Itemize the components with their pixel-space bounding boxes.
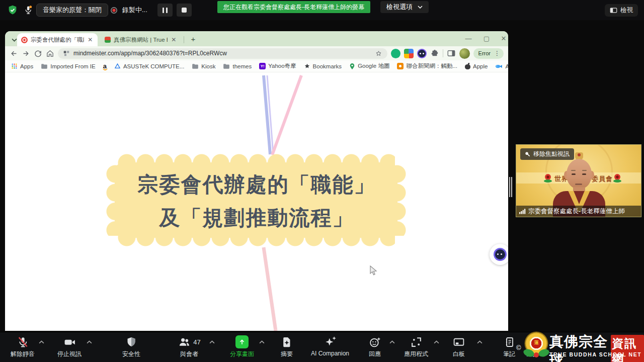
forward-icon[interactable] bbox=[22, 49, 30, 58]
participant-name-label: 宗委會督察處處長-長老釋蓮僧上師 bbox=[516, 206, 641, 217]
apple-icon bbox=[465, 63, 470, 69]
asus-icon bbox=[114, 63, 121, 69]
security-shield-icon bbox=[125, 336, 137, 348]
mic-muted-icon bbox=[17, 336, 29, 348]
apps-button[interactable]: 應用程式 bbox=[404, 335, 428, 358]
record-icon bbox=[110, 6, 118, 15]
profile-avatar[interactable] bbox=[459, 48, 470, 59]
recording-indicator: 錄製中... bbox=[110, 4, 192, 17]
meeting-topbar: 音樂家的原聲：關閉 錄製中... 您正在觀看宗委會督察處處長-長老釋蓮僧上師的螢… bbox=[0, 0, 644, 20]
video-options-chevron[interactable] bbox=[87, 340, 92, 344]
bookmark-aquarium[interactable]: Aquarium Supplies... bbox=[495, 63, 508, 69]
reactions-options-chevron[interactable] bbox=[389, 340, 395, 344]
bookmark-imported-ie[interactable]: Imported From IE bbox=[41, 63, 95, 69]
url-text: mindmeister.com/app/map/3062480376?t=RPL… bbox=[73, 50, 371, 57]
true-buddha-school-net-watermark: © 蓮 真佛宗全球 資訊網 TRUE BUDDHA SCHOOL NET bbox=[512, 331, 644, 362]
ai-assistant-extension-icon[interactable] bbox=[417, 49, 427, 58]
new-tab-button[interactable]: + bbox=[188, 34, 198, 44]
close-window-button[interactable]: ✕ bbox=[497, 33, 508, 44]
whiteboard-icon bbox=[452, 336, 465, 348]
ai-companion-button[interactable]: AI Companion bbox=[311, 335, 349, 357]
true-buddha-favicon bbox=[105, 37, 111, 43]
extensions-puzzle-icon[interactable] bbox=[430, 49, 439, 58]
bookmark-udn[interactable]: 聯合新聞網：觸動... bbox=[397, 62, 457, 70]
bookmark-apps[interactable]: Apps bbox=[11, 63, 33, 69]
original-sound-button[interactable]: 音樂家的原聲：關閉 bbox=[36, 4, 108, 17]
spotlight-video-tile[interactable]: 世界真 委員會 移除焦點視訊 宗委會督察處處長-長老釋蓮僧 bbox=[516, 144, 641, 217]
tab-close-icon[interactable]: ✕ bbox=[87, 36, 94, 43]
stop-video-button[interactable]: 停止視訊 bbox=[57, 335, 82, 358]
mindmap-canvas[interactable]: 宗委會代辦處的「職能」 及「規劃推動流程」 bbox=[5, 72, 508, 331]
back-icon[interactable] bbox=[10, 49, 18, 58]
pause-recording-button[interactable] bbox=[157, 4, 173, 17]
audio-settings-mic-icon[interactable] bbox=[23, 5, 33, 16]
tab-title: 真佛宗務網站 | True Buddha Sc bbox=[114, 36, 168, 44]
original-sound-label: 音樂家的原聲：關閉 bbox=[43, 6, 102, 15]
bookmark-themes[interactable]: themes bbox=[223, 63, 252, 69]
tab-mindmeister[interactable]: 宗委會代辦處的「職能」及「規 ✕ bbox=[17, 33, 98, 46]
view-button[interactable]: 檢視 bbox=[605, 4, 638, 17]
side-panel-icon[interactable] bbox=[447, 49, 456, 58]
tab-close-icon[interactable]: ✕ bbox=[171, 36, 177, 43]
bookmark-apple[interactable]: Apple bbox=[465, 63, 488, 69]
color-extension-icon[interactable] bbox=[404, 49, 414, 58]
share-screen-button[interactable]: 分享畫面 bbox=[230, 335, 254, 358]
bookmark-asus[interactable]: ASUSTeK COMPUTE... bbox=[114, 63, 184, 69]
bookmark-amazon[interactable]: a bbox=[103, 63, 107, 69]
yahoo-icon: Y! bbox=[259, 63, 266, 69]
bookmarks-bar: Apps Imported From IE a ASUSTeK COMPUTE.… bbox=[5, 60, 508, 72]
copyright-symbol: © bbox=[516, 344, 521, 351]
bookmark-kiosk[interactable]: Kiosk bbox=[192, 63, 215, 69]
participants-button[interactable]: 47 與會者 bbox=[178, 335, 200, 358]
whiteboard-options-chevron[interactable] bbox=[477, 340, 482, 344]
bookmark-google-maps[interactable]: Google 地圖 bbox=[349, 62, 389, 70]
apps-options-chevron[interactable] bbox=[434, 340, 439, 344]
browser-menu-icon[interactable]: ⋮ bbox=[493, 50, 502, 57]
participants-options-chevron[interactable] bbox=[209, 340, 215, 344]
bookmark-star-icon[interactable] bbox=[375, 50, 382, 57]
assistant-floating-button[interactable] bbox=[490, 244, 508, 265]
fish-icon bbox=[495, 63, 503, 69]
browser-toolbar: mindmeister.com/app/map/3062480376?t=RPL… bbox=[5, 46, 508, 60]
grammarly-extension-icon[interactable] bbox=[391, 49, 400, 58]
folder-icon bbox=[41, 63, 48, 69]
site-info-icon[interactable] bbox=[63, 50, 70, 57]
panel-drag-handle[interactable] bbox=[509, 177, 513, 197]
stop-recording-button[interactable] bbox=[177, 4, 192, 17]
folder-icon bbox=[192, 63, 199, 69]
topic-text: 宗委會代辦處的「職能」 及「規劃推動流程」 bbox=[96, 168, 418, 234]
security-verified-shield-icon bbox=[7, 5, 18, 16]
share-options-chevron[interactable] bbox=[259, 340, 265, 344]
remove-spotlight-button[interactable]: 移除焦點視訊 bbox=[520, 148, 574, 160]
zoom-apps-icon bbox=[410, 336, 423, 348]
address-bar[interactable]: mindmeister.com/app/map/3062480376?t=RPL… bbox=[58, 48, 387, 59]
star-icon bbox=[304, 63, 310, 69]
mouse-cursor bbox=[370, 265, 377, 276]
apps-grid-icon bbox=[11, 63, 18, 69]
true-buddha-emblem-icon: 蓮 bbox=[523, 332, 549, 358]
pin-icon bbox=[525, 151, 530, 157]
summary-button[interactable]: 摘要 bbox=[281, 335, 293, 358]
view-options-dropdown[interactable]: 檢視選項 bbox=[380, 1, 429, 13]
browser-menu-error-badge[interactable]: Error ⋮ bbox=[473, 48, 504, 59]
reactions-button[interactable]: 回應 bbox=[369, 335, 381, 358]
share-screen-icon bbox=[235, 335, 249, 348]
minimize-window-button[interactable]: — bbox=[462, 33, 475, 44]
mindmeister-favicon bbox=[21, 37, 28, 43]
security-button[interactable]: 安全性 bbox=[122, 335, 140, 358]
reload-icon[interactable] bbox=[34, 49, 42, 58]
whiteboard-button[interactable]: 白板 bbox=[452, 335, 465, 358]
bookmark-bookmarks[interactable]: Bookmarks bbox=[304, 63, 342, 69]
browser-window: 宗委會代辦處的「職能」及「規 ✕ 真佛宗務網站 | True Buddha Sc… bbox=[5, 31, 508, 331]
reactions-smiley-icon bbox=[369, 336, 381, 348]
maximize-window-button[interactable]: ▢ bbox=[480, 33, 493, 44]
home-icon[interactable] bbox=[46, 49, 54, 58]
mute-options-chevron[interactable] bbox=[39, 340, 44, 344]
participants-count: 47 bbox=[193, 338, 200, 346]
chevron-down-icon bbox=[418, 6, 423, 9]
tab-true-buddha-site[interactable]: 真佛宗務網站 | True Buddha Sc ✕ bbox=[101, 33, 181, 46]
bookmark-yahoo[interactable]: Y! Yahoo奇摩 bbox=[259, 62, 296, 70]
udn-news-icon bbox=[397, 63, 404, 69]
camera-icon bbox=[63, 336, 76, 348]
unmute-button[interactable]: 解除靜音 bbox=[11, 335, 35, 358]
